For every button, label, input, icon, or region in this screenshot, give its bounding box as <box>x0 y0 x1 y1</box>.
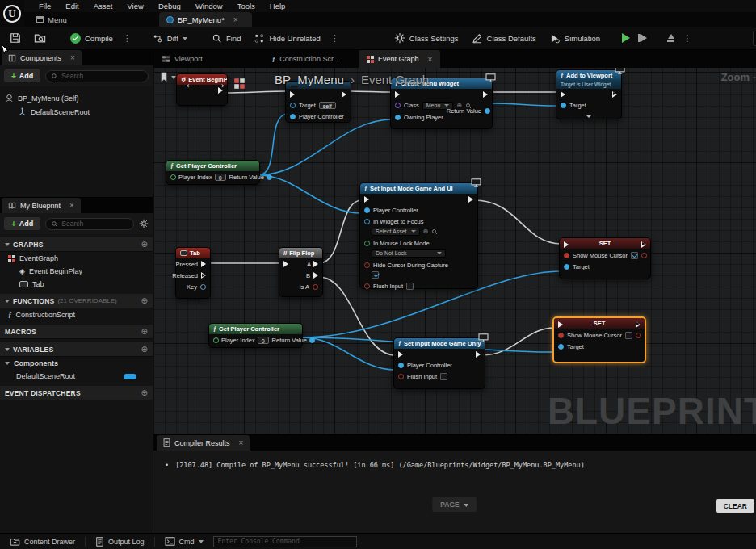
settings-gear-icon[interactable] <box>139 219 149 228</box>
widget-to-focus-pin[interactable] <box>364 219 370 224</box>
target-pin[interactable] <box>561 103 566 108</box>
exec-out-pin[interactable] <box>476 351 481 358</box>
player-index-field[interactable]: 0 <box>215 174 226 181</box>
browse-content-button[interactable] <box>29 29 51 47</box>
add-macro-icon[interactable]: ⊕ <box>141 327 148 336</box>
add-blueprint-item-button[interactable]: + Add <box>4 217 40 230</box>
nav-back-arrow[interactable]: ← <box>184 76 198 92</box>
show-mouse-cursor-checkbox[interactable] <box>631 252 638 259</box>
components-search[interactable] <box>45 70 149 82</box>
menu-tools[interactable]: Tools <box>237 2 255 10</box>
node-expander[interactable] <box>556 111 621 123</box>
menu-help[interactable]: Help <box>270 2 286 10</box>
graph-row-event-beginplay[interactable]: ◈ Event BeginPlay <box>0 265 153 278</box>
play-button[interactable] <box>622 33 630 43</box>
target-pin[interactable] <box>564 264 569 270</box>
node-set-input-mode-game-and-ui[interactable]: ƒ Set Input Mode Game And UI Player Cont… <box>359 182 478 289</box>
node-input-game-header[interactable]: ƒ Set Input Mode Game Only <box>394 338 485 349</box>
player-controller-pin[interactable] <box>364 207 370 213</box>
section-event-dispatchers[interactable]: EVENT DISPATCHERS ⊕ <box>0 386 153 400</box>
variable-row-default-scene-root[interactable]: DefaultSceneRoot <box>0 370 153 383</box>
player-controller-pin[interactable] <box>398 363 404 368</box>
event-graph-canvas[interactable]: ↺ Event BeginPlay Target self Player Con… <box>153 68 756 434</box>
return-value-pin[interactable] <box>485 108 490 114</box>
tab-event-graph[interactable]: Event Graph × <box>359 50 440 68</box>
output-log-button[interactable]: Output Log <box>90 535 149 548</box>
component-row-scene-root[interactable]: DefaultSceneRoot <box>0 105 153 119</box>
key-pin[interactable] <box>200 284 206 290</box>
return-value-pin[interactable] <box>267 174 272 180</box>
hide-cursor-pin[interactable] <box>364 262 370 268</box>
tab-viewport[interactable]: Viewport <box>153 50 211 68</box>
diff-button[interactable]: Diff <box>148 30 192 47</box>
close-icon[interactable]: × <box>239 438 244 447</box>
node-input-ui-header[interactable]: ƒ Set Input Mode Game And UI <box>360 183 477 194</box>
my-blueprint-search[interactable] <box>45 218 134 230</box>
exec-out-pin[interactable] <box>468 196 473 203</box>
is-a-pin[interactable] <box>313 284 318 290</box>
find-button[interactable]: Find <box>207 30 246 47</box>
node-set-input-mode-game-only[interactable]: ƒ Set Input Mode Game Only Player Contro… <box>393 337 485 389</box>
page-dropdown[interactable]: PAGE <box>432 497 477 512</box>
node-add-viewport-header[interactable]: ƒ Add to Viewport <box>556 70 621 81</box>
add-function-icon[interactable]: ⊕ <box>141 296 148 305</box>
node-flip-flop-header[interactable]: // Flip Flop <box>279 248 322 258</box>
bookmarks-button[interactable] <box>160 72 176 82</box>
close-icon[interactable]: × <box>70 53 75 62</box>
menu-asset[interactable]: Asset <box>94 2 113 10</box>
target-pin[interactable] <box>558 344 564 350</box>
exec-in-pin[interactable] <box>398 351 403 358</box>
player-index-field[interactable]: 0 <box>258 337 269 344</box>
class-defaults-button[interactable]: Class Defaults <box>467 30 541 47</box>
exec-in-pin[interactable] <box>364 196 369 203</box>
hide-unrelated-options-icon[interactable]: ⋮ <box>329 33 341 44</box>
node-get-player-controller-2[interactable]: ƒ Get Player Controller Player Index 0 R… <box>208 323 303 348</box>
menu-window[interactable]: Window <box>195 2 223 10</box>
tab-menu-level[interactable]: Menu <box>29 12 74 27</box>
browse-icon[interactable] <box>431 228 438 235</box>
player-index-pin[interactable] <box>170 174 176 180</box>
exec-in-pin[interactable] <box>561 91 565 98</box>
mouse-lock-mode-pin[interactable] <box>364 241 370 246</box>
released-exec-pin[interactable] <box>201 272 206 279</box>
node-get-pc2-header[interactable]: ƒ Get Player Controller <box>209 324 302 334</box>
exec-out-pin[interactable] <box>483 91 488 98</box>
exec-in-pin[interactable] <box>564 241 569 248</box>
close-icon[interactable]: × <box>69 201 74 210</box>
tab-my-blueprint[interactable]: My Blueprint × <box>2 198 81 213</box>
add-dispatcher-icon[interactable]: ⊕ <box>141 388 148 397</box>
tab-compiler-results[interactable]: Compiler Results × <box>157 435 250 451</box>
menu-debug[interactable]: Debug <box>158 2 181 10</box>
node-get-pc1-header[interactable]: ƒ Get Player Controller <box>166 161 259 171</box>
nav-forward-arrow[interactable]: → <box>213 76 227 92</box>
exec-in-pin[interactable] <box>558 321 563 328</box>
menu-edit[interactable]: Edit <box>65 2 78 10</box>
breadcrumb-root[interactable]: BP_MyMenu <box>275 73 344 86</box>
class-settings-button[interactable]: Class Settings <box>389 29 464 47</box>
section-graphs[interactable]: GRAPHS ⊕ <box>0 237 153 252</box>
simulation-button[interactable]: Simulation <box>544 30 605 47</box>
play-options-icon[interactable]: ⋮ <box>681 33 693 44</box>
frame-skip-button[interactable] <box>638 34 647 42</box>
exec-in-pin[interactable] <box>290 91 295 98</box>
exec-out-pin[interactable] <box>342 91 346 98</box>
mouse-lock-dropdown[interactable]: Do Not Lock <box>372 249 446 258</box>
node-tab-key-event[interactable]: Tab Pressed Released Key <box>175 247 211 299</box>
eject-button[interactable] <box>667 34 674 42</box>
section-functions[interactable]: FUNCTIONS (21 OVERRIDABLE) ⊕ <box>0 294 153 308</box>
class-pin[interactable] <box>395 103 401 108</box>
show-mouse-cursor-checkbox[interactable] <box>625 332 632 339</box>
owning-player-pin[interactable] <box>395 115 401 120</box>
a-exec-pin[interactable] <box>313 261 318 267</box>
compile-options-icon[interactable]: ⋮ <box>121 33 133 44</box>
flush-input-pin[interactable] <box>364 283 370 289</box>
compile-button[interactable]: Compile <box>65 30 118 47</box>
node-flip-flop[interactable]: // Flip Flop A B Is A <box>279 247 323 297</box>
node-enable-input[interactable]: Target self Player Controller <box>285 81 351 123</box>
flush-input-pin[interactable] <box>398 374 404 379</box>
console-command-input[interactable] <box>213 536 357 547</box>
components-search-input[interactable] <box>61 72 143 80</box>
b-exec-pin[interactable] <box>313 272 318 279</box>
close-icon[interactable]: × <box>427 55 432 64</box>
graph-row-eventgraph[interactable]: EventGraph <box>0 252 153 265</box>
